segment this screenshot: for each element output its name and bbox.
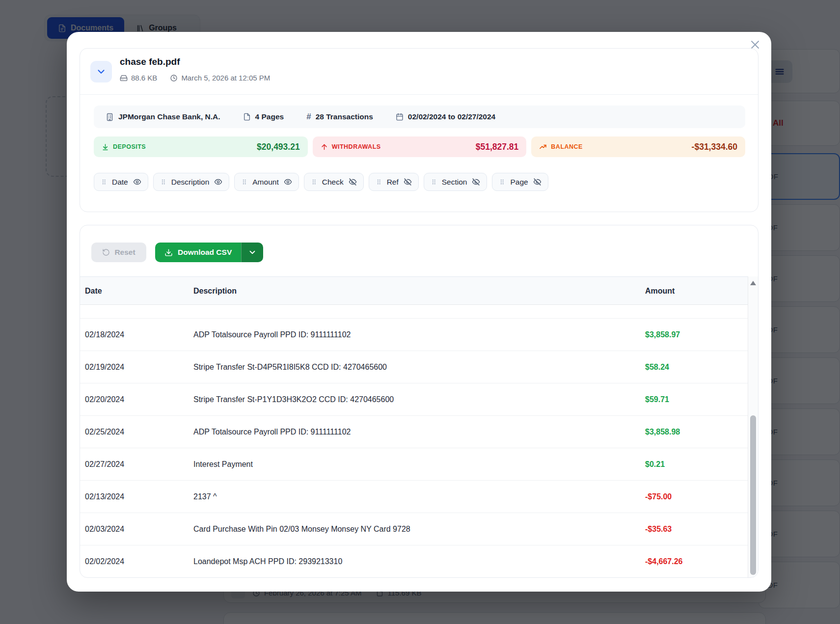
page-count-label: 4 Pages	[255, 112, 284, 121]
column-chip[interactable]: Description	[153, 173, 230, 191]
file-meta: 88.6 KB March 5, 2026 at 12:05 PM	[120, 74, 270, 82]
download-icon	[164, 248, 173, 257]
reset-button[interactable]: Reset	[91, 243, 146, 262]
hash-icon: #	[306, 112, 311, 122]
trending-up-icon	[539, 143, 547, 151]
table-row[interactable]: 02/25/2024 ADP Totalsource Payroll PPD I…	[80, 416, 749, 448]
eye-off-icon[interactable]	[472, 178, 480, 186]
cell-description: ADP Totalsource Payroll PPD ID: 91111111…	[193, 319, 351, 351]
withdrawals-label: WITHDRAWALS	[332, 143, 381, 150]
statement-info-bar: JPMorgan Chase Bank, N.A. 4 Pages # 28 T…	[94, 106, 745, 128]
collapse-button[interactable]	[90, 61, 112, 82]
cell-description: Card Purchase With Pin 02/03 Monsey Mons…	[193, 513, 410, 545]
column-chip-label: Date	[112, 178, 128, 187]
cell-amount: $58.24	[645, 351, 669, 383]
column-chip[interactable]: Amount	[234, 173, 298, 191]
page-background: Documents Groups All PDF PDF PDF	[0, 0, 840, 624]
cell-date: 02/18/2024	[85, 319, 124, 351]
scroll-up-arrow-icon[interactable]	[750, 281, 756, 285]
column-toggles: Date Description	[94, 173, 548, 191]
header-description: Description	[193, 277, 237, 305]
hard-drive-icon	[120, 74, 128, 82]
balance-label: BALANCE	[551, 143, 583, 150]
eye-icon[interactable]	[284, 178, 292, 186]
table-row[interactable]: 02/19/2024 Stripe Transfer St-D4P5R1I8I5…	[80, 351, 749, 383]
drag-handle-icon[interactable]	[160, 178, 166, 186]
column-chip[interactable]: Date	[94, 173, 148, 191]
column-chip[interactable]: Section	[424, 173, 488, 191]
chevron-down-icon	[96, 66, 107, 77]
cell-date: 02/25/2024	[85, 416, 124, 448]
cell-description: Stripe Transfer St-D4P5R1I8I5K8 CCD ID: …	[193, 351, 387, 383]
drag-handle-icon[interactable]	[311, 178, 317, 186]
column-chip[interactable]: Ref	[369, 173, 419, 191]
file-size: 88.6 KB	[131, 74, 157, 82]
column-chip-label: Check	[322, 178, 344, 187]
partial-row	[80, 305, 749, 319]
drag-handle-icon[interactable]	[376, 178, 382, 186]
cell-date: 02/02/2024	[85, 545, 124, 578]
cell-date: 02/27/2024	[85, 448, 124, 481]
column-chip-label: Amount	[252, 178, 278, 187]
transactions-card: Reset Download CSV Date Description	[80, 225, 759, 578]
arrow-down-icon	[102, 143, 109, 151]
cell-amount: -$4,667.26	[645, 545, 683, 578]
cell-description: ADP Totalsource Payroll PPD ID: 91111111…	[193, 416, 351, 448]
document-detail-modal: chase feb.pdf 88.6 KB March 5, 2026 at 1…	[67, 32, 771, 592]
bank-name-label: JPMorgan Chase Bank, N.A.	[118, 112, 220, 121]
cell-amount: $3,858.98	[645, 416, 680, 448]
rotate-ccw-icon	[102, 248, 110, 256]
cell-amount: $3,858.97	[645, 319, 680, 351]
column-chip[interactable]: Check	[304, 173, 364, 191]
table-row[interactable]: 02/13/2024 2137 ^ -$75.00	[80, 481, 749, 513]
drag-handle-icon[interactable]	[241, 178, 247, 186]
column-chip[interactable]: Page	[492, 173, 548, 191]
column-chip-label: Section	[442, 178, 467, 187]
column-chip-label: Page	[510, 178, 528, 187]
drag-handle-icon[interactable]	[431, 178, 437, 186]
page-count: 4 Pages	[243, 112, 284, 121]
cell-description: 2137 ^	[193, 481, 217, 513]
bank-icon	[106, 113, 114, 121]
eye-off-icon[interactable]	[349, 178, 357, 186]
summary-stats: DEPOSITS $20,493.21 WITHDRAWALS $51,827.…	[94, 136, 745, 157]
bank-name: JPMorgan Chase Bank, N.A.	[106, 112, 220, 121]
scrollbar-thumb[interactable]	[750, 415, 756, 575]
eye-icon[interactable]	[214, 178, 222, 186]
balance-value: -$31,334.60	[692, 142, 737, 152]
table-row[interactable]: 02/03/2024 Card Purchase With Pin 02/03 …	[80, 513, 749, 545]
eye-off-icon[interactable]	[404, 178, 412, 186]
table-header: Date Description Amount	[80, 276, 758, 305]
table-row[interactable]: 02/27/2024 Interest Payment $0.21	[80, 448, 749, 481]
download-options-button[interactable]	[241, 243, 263, 262]
header-amount: Amount	[645, 277, 675, 305]
cell-date: 02/03/2024	[85, 513, 124, 545]
calendar-icon	[396, 113, 404, 121]
table-row[interactable]: 02/18/2024 ADP Totalsource Payroll PPD I…	[80, 319, 749, 351]
table-scrollbar[interactable]	[748, 276, 758, 578]
deposits-value: $20,493.21	[257, 142, 300, 152]
table-row[interactable]: 02/20/2024 Stripe Transfer St-P1Y1D3H3K2…	[80, 383, 749, 416]
eye-icon[interactable]	[133, 178, 141, 186]
date-range: 02/02/2024 to 02/27/2024	[396, 112, 495, 121]
table-row[interactable]: 02/02/2024 Loandepot Msp ACH PPD ID: 293…	[80, 545, 749, 578]
cell-amount: -$75.00	[645, 481, 672, 513]
drag-handle-icon[interactable]	[499, 178, 505, 186]
cell-description: Interest Payment	[193, 448, 253, 481]
withdrawals-stat: WITHDRAWALS $51,827.81	[313, 136, 527, 157]
pages-icon	[243, 113, 251, 121]
file-header: chase feb.pdf 88.6 KB March 5, 2026 at 1…	[80, 49, 758, 95]
cell-description: Stripe Transfer St-P1Y1D3H3K2O2 CCD ID: …	[193, 383, 394, 416]
download-csv-button[interactable]: Download CSV	[155, 243, 241, 262]
deposits-stat: DEPOSITS $20,493.21	[94, 136, 308, 157]
transaction-count: # 28 Transactions	[306, 112, 373, 122]
cell-description: Loandepot Msp ACH PPD ID: 2939213310	[193, 545, 342, 578]
cell-date: 02/13/2024	[85, 481, 124, 513]
deposits-label: DEPOSITS	[113, 143, 146, 150]
file-name: chase feb.pdf	[120, 56, 180, 67]
cell-amount: $59.71	[645, 383, 669, 416]
drag-handle-icon[interactable]	[101, 178, 107, 186]
header-date: Date	[85, 277, 102, 305]
eye-off-icon[interactable]	[533, 178, 542, 186]
column-chip-label: Ref	[387, 178, 399, 187]
